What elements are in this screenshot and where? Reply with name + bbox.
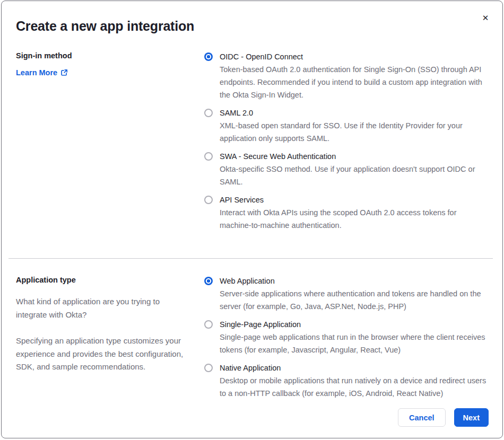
radio-swa[interactable] [204,152,213,161]
section-divider [8,258,493,259]
application-type-note: Specifying an application type customize… [16,335,188,374]
option-web-application-label[interactable]: Web Application [220,275,489,287]
option-oidc-description: Token-based OAuth 2.0 authentication for… [220,63,489,101]
application-type-question: What kind of application are you trying … [16,295,188,321]
radio-oidc[interactable] [204,52,213,61]
option-swa-description: Okta-specific SSO method. Use if your ap… [220,163,489,188]
option-native-application-description: Desktop or mobile applications that run … [220,374,489,400]
option-oidc: OIDC - OpenID Connect Token-based OAuth … [204,50,489,101]
application-type-label: Application type [16,275,188,285]
cancel-button[interactable]: Cancel [398,408,446,427]
sign-in-method-label: Sign-in method [16,50,188,61]
application-type-section: Application type What kind of applicatio… [16,275,489,405]
radio-web-application[interactable] [204,277,213,285]
radio-native-application[interactable] [204,364,213,372]
option-oidc-label[interactable]: OIDC - OpenID Connect [220,50,489,63]
option-web-application-description: Server-side applications where authentic… [220,287,489,313]
learn-more-label: Learn More [16,68,57,77]
option-saml-description: XML-based open standard for SSO. Use if … [220,119,489,145]
option-native-application-label[interactable]: Native Application [220,362,489,374]
option-api-services-label[interactable]: API Services [220,193,489,206]
radio-spa[interactable] [204,320,213,329]
option-api-services: API Services Interact with Okta APIs usi… [204,193,489,232]
option-saml-label[interactable]: SAML 2.0 [220,107,489,119]
dialog-footer: Cancel Next [16,408,489,438]
sign-in-method-section: Sign-in method Learn More [16,50,489,237]
option-spa-label[interactable]: Single-Page Application [220,318,489,331]
option-web-application: Web Application Server-side applications… [204,275,489,313]
option-spa-description: Single-page web applications that run in… [220,331,489,356]
radio-saml[interactable] [204,109,213,117]
option-swa-label[interactable]: SWA - Secure Web Authentication [220,150,489,163]
option-spa: Single-Page Application Single-page web … [204,318,489,356]
option-api-services-description: Interact with Okta APIs using the scoped… [220,206,489,232]
option-native-application: Native Application Desktop or mobile app… [204,362,489,400]
learn-more-link[interactable]: Learn More [16,68,68,77]
next-button[interactable]: Next [454,408,489,427]
external-link-icon [60,69,68,76]
dialog-title: Create a new app integration [16,19,489,34]
option-swa: SWA - Secure Web Authentication Okta-spe… [204,150,489,188]
radio-api-services[interactable] [204,196,213,204]
option-saml: SAML 2.0 XML-based open standard for SSO… [204,107,489,145]
close-icon[interactable]: ✕ [479,12,492,24]
create-app-integration-dialog: ✕ Create a new app integration Sign-in m… [1,1,503,438]
